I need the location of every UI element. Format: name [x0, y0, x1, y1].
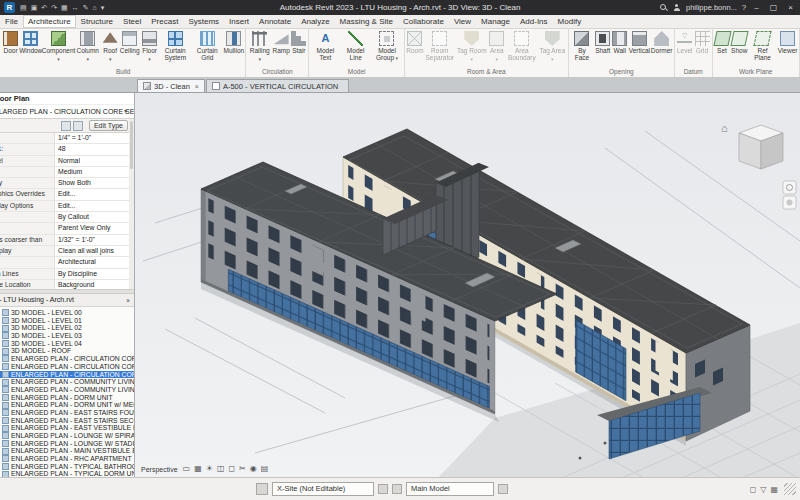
browser-view-item[interactable]: 3D MODEL - ROOF	[0, 347, 134, 355]
status-right-icon[interactable]: ▦	[768, 485, 780, 494]
ribbon-tool-button[interactable]: Door	[2, 30, 19, 54]
ribbon-tab[interactable]: Analyze	[296, 15, 334, 28]
quick-access-icon[interactable]: ▦	[60, 1, 69, 14]
browser-view-item[interactable]: ENLARGED PLAN - MAIN VESTIBULE ENTRY	[0, 447, 134, 455]
ribbon-tab[interactable]: Steel	[118, 15, 146, 28]
ribbon-tool-button[interactable]: Mullion	[223, 30, 244, 54]
browser-view-item[interactable]: 3D MODEL - LEVEL 01	[0, 317, 134, 325]
browser-view-item[interactable]: ENLARGED PLAN - EAST VESTIBULE ENTRY	[0, 424, 134, 432]
status-right-icon[interactable]: ◻	[748, 485, 759, 494]
property-row[interactable]: Show Hidden Lines By Discipline	[0, 269, 134, 280]
properties-scrollbar[interactable]	[129, 119, 134, 289]
viewcube-home-icon[interactable]: ⌂	[721, 122, 728, 134]
ribbon-tool-button[interactable]: Shaft	[594, 30, 611, 54]
ribbon-tab[interactable]: Systems	[183, 15, 224, 28]
design-option-select[interactable]: Main Model	[406, 482, 494, 496]
property-row[interactable]: Display Model Normal	[0, 156, 134, 167]
ribbon-tool-button[interactable]: Area	[488, 30, 506, 62]
browser-view-item[interactable]: ENLARGED PLAN - LOUNGE W/ STADIUM SEATIN…	[0, 440, 134, 448]
tab-close-icon[interactable]: ×	[195, 83, 199, 90]
design-option-icon[interactable]	[498, 484, 508, 494]
close-icon[interactable]: ×	[122, 297, 134, 304]
browser-view-item[interactable]: 3D MODEL - LEVEL 00	[0, 309, 134, 317]
viewcube[interactable]: ⌂	[721, 122, 783, 169]
ribbon-tool-button[interactable]: By Face	[570, 30, 595, 61]
view-control-icon[interactable]: ▦	[194, 464, 202, 474]
property-row[interactable]: Hide at scales coarser than 1/32" = 1'-0…	[0, 235, 134, 246]
property-value[interactable]: By Discipline	[55, 269, 134, 279]
ribbon-tool-button[interactable]: Area Boundary	[506, 30, 538, 61]
browser-view-item[interactable]: 3D MODEL - LEVEL 02	[0, 324, 134, 332]
ribbon-tool-button[interactable]: Tag Area	[538, 30, 567, 62]
view-tab[interactable]: 3D - Clean ×	[137, 79, 205, 92]
property-row[interactable]: Graphic Display Options Edit...	[0, 201, 134, 212]
browser-view-item[interactable]: ENLARGED PLAN - DORM UNIT	[0, 394, 134, 402]
ribbon-tool-button[interactable]: Set	[714, 30, 731, 54]
ribbon-tool-button[interactable]: Model Line	[340, 30, 371, 61]
minimize-button[interactable]: –	[751, 3, 761, 12]
view-control-icon[interactable]: ✂	[239, 464, 246, 474]
view-control-icon[interactable]: ◻	[228, 464, 235, 474]
browser-view-item[interactable]: ENLARGED PLAN - LOUNGE W/ SPIRAL STAIR	[0, 432, 134, 440]
property-value[interactable]: Medium	[55, 167, 134, 177]
ribbon-tool-button[interactable]: Railing	[247, 30, 272, 62]
resize-grip[interactable]	[784, 483, 796, 495]
property-value[interactable]: Background	[55, 280, 134, 289]
ribbon-tool-button[interactable]: Curtain System	[159, 30, 191, 61]
ribbon-tool-button[interactable]: Curtain Grid	[191, 30, 223, 61]
ribbon-tool-button[interactable]: Ramp	[272, 30, 290, 54]
browser-view-item[interactable]: ENLARGED PLAN - TYPICAL BATHROOM CORE	[0, 463, 134, 471]
browser-view-item[interactable]: 3D MODEL - LEVEL 03	[0, 332, 134, 340]
help-icon[interactable]: ?	[742, 3, 746, 12]
property-row[interactable]: Visibility/Graphics Overrides Edit...	[0, 189, 134, 200]
browser-view-item[interactable]: ENLARGED PLAN - DORM UNIT w/ MECH CLOSET	[0, 401, 134, 409]
ribbon-tool-button[interactable]: Dormer	[650, 30, 673, 54]
browser-view-item[interactable]: ENLARGED PLAN - RHC APARTMENT	[0, 455, 134, 463]
property-value[interactable]: Architectural	[55, 257, 134, 267]
browser-view-item[interactable]: 3D MODEL - LEVEL 04	[0, 340, 134, 348]
quick-access-icon[interactable]: ↶	[40, 1, 48, 14]
property-value[interactable]: Clean all wall joins	[55, 246, 134, 256]
quick-access-icon[interactable]: ✎	[82, 1, 90, 14]
property-value[interactable]: 1/32" = 1'-0"	[55, 235, 134, 245]
property-value[interactable]: Edit...	[55, 189, 134, 199]
quick-access-icon[interactable]: ⌂	[92, 1, 98, 14]
ribbon-tool-button[interactable]: Roof	[101, 30, 119, 62]
ribbon-tab[interactable]: Add-Ins	[515, 15, 553, 28]
browser-view-item[interactable]: ENLARGED PLAN - CIRCULATION CORE FOURTH …	[0, 363, 134, 371]
browser-view-item[interactable]: ENLARGED PLAN - EAST STAIRS FOURTH FLOOR	[0, 409, 134, 417]
view-control-icon[interactable]: ▭	[183, 464, 191, 474]
properties-filter-icon[interactable]	[61, 121, 71, 131]
property-value[interactable]: 48	[55, 144, 134, 154]
quick-access-icon[interactable]: ▾	[100, 1, 106, 14]
chevron-down-icon[interactable]: ▾	[124, 107, 127, 114]
property-row[interactable]: By Callout	[0, 212, 134, 223]
property-row[interactable]: View Scale 1/4" = 1'-0"	[0, 133, 134, 144]
browser-view-item[interactable]: ENLARGED PLAN - CIRCULATION CORE SECOND/…	[0, 371, 134, 379]
ribbon-tool-button[interactable]: Grid	[694, 30, 711, 54]
3d-viewport[interactable]: ⌂ Perspective ▭▦☀◫◻✂◉▤	[135, 93, 800, 477]
building-3d-model[interactable]: ⌂	[135, 93, 800, 477]
ribbon-tab[interactable]: Structure	[76, 15, 118, 28]
ribbon-tool-button[interactable]: Vertical	[628, 30, 650, 54]
property-value[interactable]: Parent View Only	[55, 223, 134, 233]
property-row[interactable]: Color Scheme Location Background	[0, 280, 134, 289]
ribbon-tool-button[interactable]: Ceiling	[119, 30, 139, 54]
ribbon-tool-button[interactable]: Viewer	[777, 30, 798, 54]
ribbon-tab[interactable]: Modify	[553, 15, 587, 28]
browser-view-item[interactable]: ENLARGED PLAN - COMMUNITY LIVING KITCHEN…	[0, 386, 134, 394]
ribbon-tab[interactable]: Collaborate	[398, 15, 449, 28]
maximize-button[interactable]: ▢	[767, 3, 781, 12]
browser-view-item[interactable]: ENLARGED PLAN - EAST STAIRS SECOND/THIRD…	[0, 417, 134, 425]
ribbon-tool-button[interactable]: Component	[43, 30, 75, 62]
ribbon-tool-button[interactable]: Wall	[611, 30, 628, 54]
scrollbar-thumb[interactable]	[130, 121, 133, 169]
browser-view-item[interactable]: ENLARGED PLAN - COMMUNITY LIVING ISLAND	[0, 378, 134, 386]
property-row[interactable]: Scale Value 1: 48	[0, 144, 134, 155]
ribbon-tab[interactable]: View	[449, 15, 476, 28]
property-value[interactable]: Edit...	[55, 201, 134, 211]
workset-editable-icon[interactable]	[378, 484, 388, 494]
revit-logo[interactable]: R	[4, 2, 15, 13]
close-button[interactable]: ×	[785, 3, 796, 12]
ribbon-tool-button[interactable]: Ref Plane	[748, 30, 777, 61]
